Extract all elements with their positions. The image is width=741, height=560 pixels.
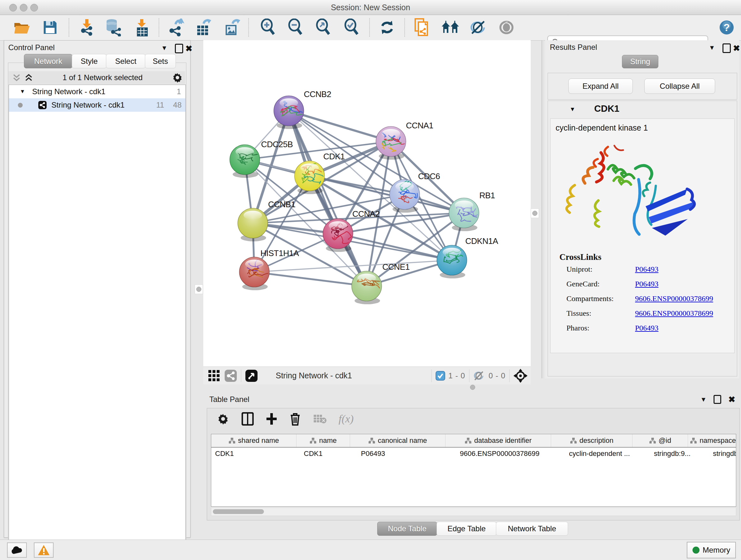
column-header-databaseidentifier[interactable]: database identifier <box>446 434 551 447</box>
crosslink-link[interactable]: P06493 <box>635 280 658 288</box>
table-cell[interactable]: cyclin-dependent ... <box>565 448 650 460</box>
tab-network[interactable]: Network <box>24 54 72 68</box>
float-panel-icon[interactable] <box>723 44 731 53</box>
network-node-RB1[interactable] <box>449 198 481 231</box>
zoom-out-icon[interactable] <box>286 17 305 37</box>
network-view-mode-icon[interactable] <box>224 369 237 382</box>
table-cell[interactable]: stringdb:9... <box>650 448 709 460</box>
open-session-icon[interactable] <box>13 17 31 37</box>
panel-menu-icon[interactable]: ▼ <box>161 44 167 52</box>
expand-all-icon[interactable] <box>24 73 33 82</box>
expand-all-button[interactable]: Expand All <box>568 78 633 94</box>
delete-column-icon[interactable] <box>289 412 301 426</box>
node-label-CDK1: CDK1 <box>323 152 345 161</box>
warnings-button[interactable] <box>34 543 54 558</box>
tab-edge-table[interactable]: Edge Table <box>436 522 496 536</box>
column-header-sharedname[interactable]: shared name <box>211 434 296 447</box>
zoom-selected-icon[interactable] <box>342 17 361 37</box>
table-row[interactable]: CDK1CDK1P064939606.ENSP00000378699cyclin… <box>211 448 736 460</box>
network-node-CCNE1[interactable] <box>352 271 382 304</box>
node-table[interactable]: shared namenamecanonical namedatabase id… <box>211 434 736 507</box>
tab-style[interactable]: Style <box>72 54 107 68</box>
cloud-button[interactable] <box>7 543 27 558</box>
network-node-CCNB2[interactable] <box>274 96 306 129</box>
table-options-gear-icon[interactable] <box>217 413 229 425</box>
hide-selected-icon[interactable] <box>469 17 488 37</box>
bottom-splitter-handle[interactable] <box>468 385 477 389</box>
crosslink-link[interactable]: 9606.ENSP00000378699 <box>635 309 713 318</box>
column-header-description[interactable]: description <box>551 434 632 447</box>
network-canvas[interactable]: CCNB2CCNA1CDC25BCDK1CDC6RB1CCNB1CCNA2CDK… <box>203 40 531 367</box>
expand-collapse-box: Expand All Collapse All <box>548 73 737 100</box>
column-header-namespace[interactable]: namespace <box>688 434 736 447</box>
tab-sets[interactable]: Sets <box>145 54 176 68</box>
import-table-file-icon[interactable] <box>132 17 151 37</box>
import-network-database-icon[interactable] <box>104 17 123 37</box>
network-options-gear-icon[interactable] <box>172 72 183 83</box>
network-node-CDC6[interactable] <box>390 179 420 212</box>
export-image-icon[interactable] <box>222 17 241 37</box>
table-cell[interactable]: stringdb <box>709 448 736 460</box>
crosslink-row: Tissues:9606.ENSP00000378699 <box>566 309 732 318</box>
refresh-view-icon[interactable] <box>378 17 396 37</box>
panel-menu-icon[interactable]: ▼ <box>709 44 715 51</box>
table-cell[interactable]: 9606.ENSP00000378699 <box>456 448 565 460</box>
network-node-HIST1H1A[interactable] <box>239 257 269 290</box>
save-session-icon[interactable] <box>41 17 59 37</box>
scrollbar-thumb[interactable] <box>213 509 264 514</box>
float-panel-icon[interactable] <box>714 395 721 404</box>
network-node-CCNA2[interactable] <box>323 219 353 252</box>
detach-view-icon[interactable] <box>245 369 258 382</box>
tab-string[interactable]: String <box>622 55 658 68</box>
zoom-fit-icon[interactable] <box>314 17 333 37</box>
column-header-name[interactable]: name <box>296 434 350 447</box>
panel-menu-icon[interactable]: ▼ <box>700 396 706 403</box>
right-splitter-handle[interactable] <box>531 208 539 218</box>
export-network-icon[interactable] <box>166 17 185 37</box>
grid-view-icon[interactable] <box>208 369 220 382</box>
show-columns-icon[interactable] <box>242 412 254 426</box>
tab-node-table[interactable]: Node Table <box>377 522 437 536</box>
table-cell[interactable]: P06493 <box>357 448 456 460</box>
column-header-id[interactable]: @id <box>632 434 688 447</box>
network-node-CCNB1[interactable] <box>238 208 268 241</box>
export-table-icon[interactable] <box>194 17 212 37</box>
collapse-all-icon[interactable] <box>12 73 21 82</box>
first-neighbors-icon[interactable] <box>441 17 460 37</box>
protein-description: cyclin-dependent kinase 1 <box>556 123 648 132</box>
tab-select[interactable]: Select <box>106 54 145 68</box>
table-cell[interactable]: CDK1 <box>211 448 300 460</box>
create-column-icon[interactable] <box>266 413 277 425</box>
import-network-file-icon[interactable] <box>77 17 96 37</box>
selected-checkbox-icon[interactable] <box>435 371 445 381</box>
zoom-in-icon[interactable] <box>259 17 277 37</box>
table-cell[interactable]: CDK1 <box>300 448 357 460</box>
column-header-canonicalname[interactable]: canonical name <box>350 434 446 447</box>
network-node-CDKN1A[interactable] <box>437 245 467 278</box>
help-icon[interactable]: ? <box>718 17 736 37</box>
network-row-selected[interactable]: String Network - cdk1 11 48 <box>9 98 185 112</box>
hidden-eye-icon[interactable] <box>473 371 486 381</box>
network-from-selection-icon[interactable] <box>413 17 431 37</box>
show-graphics-details-icon[interactable] <box>497 17 516 37</box>
crosslink-link[interactable]: 9606.ENSP00000378699 <box>635 294 713 303</box>
network-graph[interactable]: CCNB2CCNA1CDC25BCDK1CDC6RB1CCNB1CCNA2CDK… <box>203 40 531 367</box>
memory-button[interactable]: Memory <box>687 542 736 558</box>
expander-icon[interactable]: ▼ <box>20 88 25 95</box>
crosslink-label: Tissues: <box>566 309 635 318</box>
close-panel-icon[interactable]: ✖ <box>728 395 735 405</box>
crosslink-link[interactable]: P06493 <box>635 265 658 273</box>
close-panel-icon[interactable]: ✖ <box>185 44 192 54</box>
collapse-all-button[interactable]: Collapse All <box>644 78 715 94</box>
crosslink-link[interactable]: P06493 <box>635 324 658 332</box>
close-panel-icon[interactable]: ✖ <box>733 44 740 53</box>
panel-divider[interactable] <box>542 40 542 378</box>
float-panel-icon[interactable] <box>175 44 183 53</box>
network-collection-row[interactable]: ▼ String Network - cdk1 1 <box>9 85 185 98</box>
birdseye-view-icon[interactable] <box>514 369 528 383</box>
tab-network-table[interactable]: Network Table <box>496 522 568 536</box>
left-splitter-handle[interactable] <box>195 285 203 294</box>
network-node-CCNA1[interactable] <box>376 126 407 160</box>
section-expander-icon[interactable]: ▼ <box>569 106 576 113</box>
horizontal-scrollbar[interactable] <box>211 508 736 516</box>
